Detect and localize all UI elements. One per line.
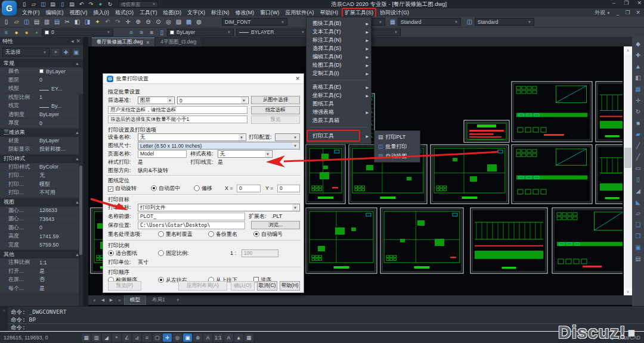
quickbar-icon-9[interactable]: ↻ xyxy=(106,1,114,7)
menu-item-1[interactable]: 编辑(E) xyxy=(43,9,67,17)
dup-backup-radio[interactable]: 备份重名 xyxy=(208,230,237,238)
layout-tab-2[interactable]: + xyxy=(171,297,185,304)
modify-tool-icon-7[interactable]: ■ xyxy=(636,117,640,129)
palette-row[interactable]: 打印样式ByColor xyxy=(0,163,83,172)
ok-button[interactable]: 确认(O) xyxy=(231,281,255,291)
toolbar1-icon-14[interactable]: ⊖ xyxy=(143,18,153,25)
modify-tool-icon-17[interactable]: ❐ xyxy=(636,230,641,242)
status-toggle-16[interactable]: ▦ xyxy=(244,333,253,342)
toolbar1-icon-5[interactable]: ▤ xyxy=(52,18,62,25)
quickbar-icon-7[interactable]: ↷ xyxy=(87,1,95,7)
menu-item-7[interactable]: 文字(X) xyxy=(184,9,208,17)
palette-row[interactable]: 高度1741.59 xyxy=(0,232,83,241)
palette-row[interactable]: 材质ByLayer xyxy=(0,137,83,146)
layout-nav-icon-0[interactable]: « xyxy=(91,298,98,303)
paper-size-combo[interactable]: Letter (8.50 x 11.00 Inches)▼ xyxy=(138,142,300,149)
palette-row[interactable]: 打开...是 xyxy=(0,267,83,276)
apply-to-layout-button[interactable]: 应用到布局(A) xyxy=(178,281,227,291)
toolbar1-icon-18[interactable]: ▩ xyxy=(184,18,194,25)
command-input[interactable] xyxy=(8,323,644,332)
collapse-arrow-icon[interactable]: ▲ xyxy=(75,61,79,66)
modify-tool-icon-14[interactable]: ◣ xyxy=(636,197,640,208)
doc-minimize-button[interactable]: _ xyxy=(616,10,619,15)
quickbar-icon-5[interactable]: ▤ xyxy=(68,1,76,7)
ext-menu-item-4[interactable]: 编辑工具(M)▶ xyxy=(306,52,371,61)
scale-fixed-radio[interactable]: 固定比例: xyxy=(158,250,189,257)
layer-tool-icon-3[interactable]: ▯ xyxy=(157,29,167,36)
palette-row[interactable]: 线型比例1 xyxy=(0,93,83,102)
status-toggle-15[interactable]: ▲ xyxy=(234,333,243,342)
palette-tool-icon-2[interactable]: ▣ xyxy=(72,48,80,57)
toolbar1-icon-0[interactable]: ▯ xyxy=(1,18,11,25)
ext-menu-item-3[interactable]: 选择工具(S)▶ xyxy=(306,44,371,52)
scroll-down-icon[interactable]: ∨ xyxy=(624,288,632,295)
palette-row[interactable]: 透明度ByLayer xyxy=(0,111,83,120)
layer-combo[interactable]: 0▼ xyxy=(42,29,113,36)
canvas-scrollbar[interactable]: ∧ ∨ xyxy=(624,46,632,295)
status-toggle-8[interactable]: ✛ xyxy=(163,333,172,342)
palette-row[interactable]: 每个...是 xyxy=(0,285,83,294)
doc-tab-1[interactable]: 4平面图_t3.dwg xyxy=(156,38,201,46)
dialog-close-icon[interactable]: ✕ xyxy=(295,76,300,82)
preview-small-button[interactable]: 预览 xyxy=(251,116,300,124)
palette-row[interactable]: 打印...不可用 xyxy=(0,189,83,198)
modify-tool-icon-6[interactable]: ↻ xyxy=(636,106,640,117)
palette-group-header-2[interactable]: 打印样式▲ xyxy=(0,155,83,163)
palette-row[interactable]: 线宽By... xyxy=(0,102,83,111)
status-toggle-2[interactable]: ◢ xyxy=(102,333,111,342)
toolbar1-icon-1[interactable]: ▱ xyxy=(11,18,21,25)
quickbar-icon-2[interactable]: ◫ xyxy=(39,1,47,7)
palette-close-icon[interactable]: ✕ xyxy=(76,38,80,44)
palette-scrollbar[interactable] xyxy=(79,94,83,306)
menu-item-14[interactable]: 协同设计(G) xyxy=(377,9,412,17)
palette-group-header-1[interactable]: 三维效果▲ xyxy=(0,129,83,137)
status-toggle-7[interactable]: ▢ xyxy=(153,333,162,342)
cancel-button[interactable]: 取消(C) xyxy=(257,281,277,291)
toolbar1-icon-11[interactable]: ↷ xyxy=(113,18,123,25)
styletable-combo[interactable]: 无▼ xyxy=(218,150,273,158)
palette-row[interactable]: 圆心...128833 xyxy=(0,207,83,216)
linetype-combo[interactable]: BYLAYER▼ xyxy=(236,29,308,36)
scroll-thumb[interactable] xyxy=(624,148,631,168)
toolbar2-icon-0[interactable]: ≡ xyxy=(1,29,11,36)
prefix-field[interactable]: PLOT_ xyxy=(138,213,245,220)
palette-group-header-4[interactable]: 其他▲ xyxy=(0,250,83,258)
text-style-combo[interactable]: DIM_FONT▼ xyxy=(222,18,287,26)
appearance-menu[interactable]: 外观 ▼ xyxy=(595,9,610,17)
status-toggle-6[interactable]: ≡ xyxy=(143,333,151,342)
palette-row[interactable]: 打印...模型 xyxy=(0,180,83,189)
command-panel[interactable]: ≡ 命令: _DWGCONVERT命令: BP命令: xyxy=(0,306,644,331)
toolbar1-icon-10[interactable]: ↶ xyxy=(103,18,113,25)
close-button[interactable]: ✕ xyxy=(637,0,642,6)
status-toggle-3[interactable]: ⌖ xyxy=(112,333,121,342)
doc-close-button[interactable]: ✕ xyxy=(636,10,640,15)
modify-tool-icon-12[interactable]: ▯ xyxy=(636,174,640,185)
palette-row[interactable]: 图层0 xyxy=(0,76,83,85)
ext-menu-item-2[interactable]: 标注工具(N)▶ xyxy=(306,36,371,44)
toolbar1-icon-17[interactable]: ▨ xyxy=(174,18,184,25)
app-logo-icon[interactable]: G xyxy=(2,1,17,15)
status-toggle-9[interactable]: ◎ xyxy=(173,333,182,342)
toolbar1-icon-19[interactable]: ◍ xyxy=(194,18,204,25)
device-combo[interactable]: 无▼ xyxy=(138,133,246,141)
toolbar2-icon-1[interactable]: ● xyxy=(11,29,21,36)
toolbar1-icon-3[interactable]: ▤ xyxy=(32,18,42,25)
toolbar1-icon-13[interactable]: ⊕ xyxy=(133,18,143,25)
palette-row[interactable]: 厚度0 xyxy=(0,119,83,128)
ext-menu-item-10[interactable]: 图纸工具 xyxy=(306,99,371,108)
quickbar-icon-8[interactable]: ● xyxy=(97,1,104,7)
toolbar1-icon-12[interactable]: ✛ xyxy=(123,18,133,25)
status-toggle-13[interactable]: 1:1 xyxy=(213,333,223,342)
toolbar1-icon-15[interactable]: ⊙ xyxy=(153,18,163,25)
menu-item-12[interactable]: 帮助(H) xyxy=(317,9,342,17)
offset-radio[interactable]: 偏移 xyxy=(194,185,212,192)
modify-tool-icon-19[interactable]: ▤ xyxy=(635,253,640,264)
palette-group-header-0[interactable]: 常规▲ xyxy=(0,59,83,67)
modify-tool-icon-13[interactable]: ◢ xyxy=(636,185,640,197)
quickbar-icon-3[interactable]: ▤ xyxy=(49,1,57,7)
menu-item-5[interactable]: 工具(T) xyxy=(137,9,160,17)
autorotate-checkbox[interactable]: ✓自动旋转 xyxy=(108,185,137,192)
modify-tool-icon-2[interactable]: ▲ xyxy=(635,61,641,72)
quickbar-icon-4[interactable]: ▯ xyxy=(58,1,66,7)
layout-tab-0[interactable]: 模型 xyxy=(124,295,146,305)
